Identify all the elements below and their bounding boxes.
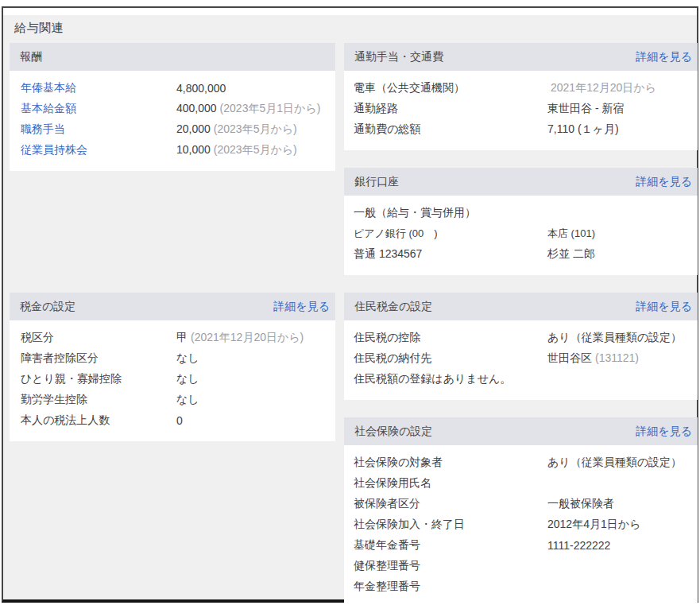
row-label: 被保険者区分	[344, 497, 547, 511]
table-row: 通勤費の総額 7,110 (１ヶ月)	[344, 119, 698, 140]
row-value	[547, 580, 551, 593]
table-row: 障害者控除区分 なし	[10, 348, 335, 369]
value-note: (2023年5月から)	[214, 122, 297, 135]
card-tax-header: 税金の設定 詳細を見る	[10, 293, 335, 320]
table-row: 税区分 甲(2021年12月20日から)	[10, 328, 335, 348]
row-label: 税区分	[10, 331, 176, 345]
row-value: なし	[176, 393, 203, 407]
value-text: なし	[176, 372, 199, 385]
card-compensation: 報酬 年俸基本給 4,800,000 基本給金額 400,000(2023年5月…	[10, 43, 335, 171]
compensation-item-link[interactable]: 従業員持株会	[10, 143, 176, 157]
table-row: 普通 1234567 杉並 二郎	[344, 244, 698, 265]
bank-name: ピアノ銀行 (00 )	[344, 227, 547, 241]
compensation-item-link[interactable]: 年俸基本給	[10, 81, 176, 95]
row-label: 通勤費の総額	[344, 122, 547, 137]
row-label: 勤労学生控除	[10, 393, 176, 407]
card-resident-tax: 住民税金の設定 詳細を見る 住民税の控除 あり（従業員種類の設定） 住民税の納付…	[344, 293, 698, 400]
bank-account-number: 普通 1234567	[344, 247, 547, 262]
right-column-top: 通勤手当・交通費 詳細を見る 電車（公共交通機関） 2021年12月20日から …	[344, 43, 698, 275]
table-row: 本人の税法上人数 0	[10, 410, 335, 431]
value-text: 4,800,000	[176, 82, 226, 95]
row-label: 健保整理番号	[344, 559, 547, 573]
card-commute: 通勤手当・交通費 詳細を見る 電車（公共交通機関） 2021年12月20日から …	[344, 43, 698, 150]
compensation-item-link[interactable]: 職務手当	[10, 122, 176, 137]
card-bank-account: 銀行口座 詳細を見る 一般（給与・賞与併用） ピアノ銀行 (00 ) 本店 (1…	[344, 168, 698, 275]
row-label: 通勤経路	[344, 102, 547, 116]
row-label: 年金整理番号	[344, 580, 547, 594]
row-label: 社会保険用氏名	[344, 476, 547, 491]
card-commute-header: 通勤手当・交通費 詳細を見る	[344, 43, 698, 71]
row-value	[547, 560, 551, 572]
row-value: 400,000(2023年5月1日から)	[176, 102, 320, 116]
table-row: 職務手当 20,000(2023年5月から)	[10, 119, 335, 140]
value-text: 一般被保険者	[547, 497, 614, 510]
row-value: 7,110 (１ヶ月)	[547, 122, 622, 137]
card-resident-tax-header: 住民税金の設定 詳細を見る	[344, 293, 698, 320]
table-row: 勤労学生控除 なし	[10, 390, 335, 410]
detail-link[interactable]: 詳細を見る	[636, 175, 692, 189]
table-row: 住民税の納付先 世田谷区(131121)	[344, 348, 698, 369]
value-text: なし	[176, 351, 199, 364]
card-title: 社会保険の設定	[354, 425, 432, 439]
compensation-item-link[interactable]: 基本給金額	[10, 102, 176, 116]
row-label: 住民税の控除	[344, 331, 547, 345]
table-row: 社会保険用氏名	[344, 473, 698, 494]
table-row: 被保険者区分 一般被保険者	[344, 494, 698, 514]
value-text: 7,110 (１ヶ月)	[547, 122, 619, 135]
row-value: あり（従業員種類の設定）	[547, 331, 685, 345]
cards-grid: 報酬 年俸基本給 4,800,000 基本給金額 400,000(2023年5月…	[10, 43, 697, 607]
value-note: (131121)	[595, 351, 639, 364]
value-note: (2023年5月1日から)	[220, 102, 321, 114]
row-value: なし	[176, 372, 203, 386]
value-text: 400,000	[176, 102, 217, 114]
row-label: 住民税の納付先	[344, 351, 547, 366]
card-title: 税金の設定	[20, 300, 75, 314]
value-note: (2023年5月から)	[214, 143, 297, 156]
bank-account-type: 一般（給与・賞与併用）	[344, 203, 698, 223]
value-text: 20,000	[176, 122, 211, 135]
table-row: ピアノ銀行 (00 ) 本店 (101)	[344, 223, 698, 244]
detail-link[interactable]: 詳細を見る	[636, 300, 692, 314]
table-row: 基礎年金番号 1111-222222	[344, 535, 698, 556]
table-row: 年俸基本給 4,800,000	[10, 78, 335, 99]
bank-branch: 本店 (101)	[547, 227, 595, 241]
bank-account-holder: 杉並 二郎	[547, 247, 595, 262]
row-label: 電車（公共交通機関）	[344, 81, 547, 95]
row-label: 本人の税法上人数	[10, 413, 176, 428]
value-note: (2021年12月20日から)	[191, 331, 304, 343]
page-title: 給与関連	[6, 15, 697, 43]
table-row: 社会保険の対象者 あり（従業員種類の設定）	[344, 452, 698, 473]
row-label: ひとり親・寡婦控除	[10, 372, 176, 386]
value-text: 世田谷区	[547, 351, 592, 364]
card-title: 銀行口座	[354, 175, 399, 189]
detail-link[interactable]: 詳細を見る	[636, 425, 692, 439]
card-social-insurance-header: 社会保険の設定 詳細を見る	[344, 417, 698, 445]
row-value	[547, 477, 551, 490]
table-row: 年金整理番号	[344, 576, 698, 597]
table-row: 従業員持株会 10,000(2023年5月から)	[10, 140, 335, 161]
row-value: 東世田谷 - 新宿	[547, 102, 627, 116]
row-label: 基礎年金番号	[344, 538, 547, 553]
value-text: あり（従業員種類の設定）	[547, 456, 682, 468]
value-text: 1111-222222	[547, 539, 610, 552]
row-value: 4,800,000	[176, 82, 229, 95]
right-column-bottom: 住民税金の設定 詳細を見る 住民税の控除 あり（従業員種類の設定） 住民税の納付…	[344, 293, 698, 607]
card-title: 住民税金の設定	[354, 300, 432, 314]
card-title: 報酬	[20, 50, 42, 64]
value-note: 2021年12月20日から	[551, 81, 656, 94]
row-value: あり（従業員種類の設定）	[547, 456, 685, 470]
row-value: 0	[176, 414, 186, 427]
value-text: 甲	[176, 331, 188, 343]
row-value: 2012年4月1日から	[547, 518, 644, 532]
card-tax-settings: 税金の設定 詳細を見る 税区分 甲(2021年12月20日から) 障害者控除区分…	[10, 293, 335, 441]
card-bank-header: 銀行口座 詳細を見る	[344, 168, 698, 196]
value-text: 2012年4月1日から	[547, 518, 640, 530]
window-frame: 給与関連 報酬 年俸基本給 4,800,000 基本給金額 400,000(20…	[2, 6, 698, 603]
detail-link[interactable]: 詳細を見る	[636, 50, 692, 64]
table-row: 健保整理番号	[344, 556, 698, 576]
row-value: 2021年12月20日から	[547, 81, 656, 95]
detail-link[interactable]: 詳細を見る	[273, 300, 330, 314]
value-text: 東世田谷 - 新宿	[547, 102, 624, 114]
table-row: 電車（公共交通機関） 2021年12月20日から	[344, 78, 698, 99]
row-label: 社会保険加入・終了日	[344, 518, 547, 532]
